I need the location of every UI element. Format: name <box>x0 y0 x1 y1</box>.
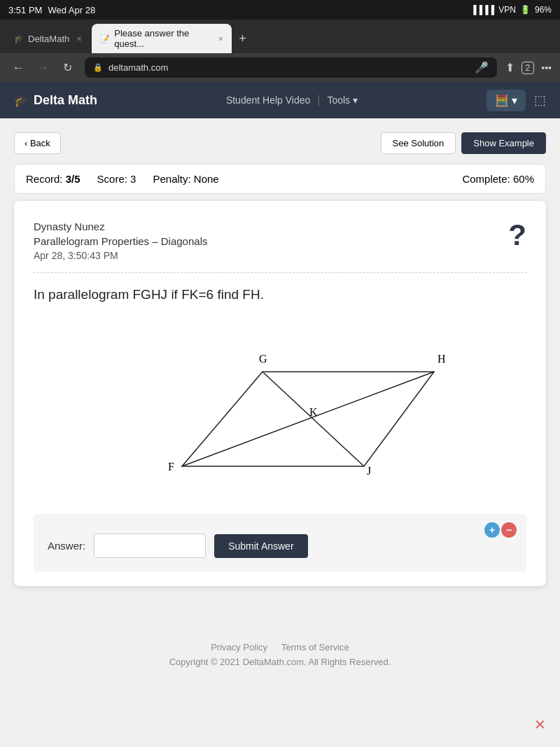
score-label: Score: 3 <box>97 173 136 185</box>
browser-chrome: 🎓 DeltaMath ✕ 📝 Please answer the quest.… <box>0 20 560 82</box>
penalty-value: None <box>194 173 219 185</box>
header-right: 🧮 ▾ ⬚ <box>486 90 546 111</box>
tab-deltamath-close[interactable]: ✕ <box>76 35 82 43</box>
answer-row: Answer: Submit Answer <box>48 533 512 558</box>
terms-of-service-link[interactable]: Terms of Service <box>281 642 349 652</box>
tab-question[interactable]: 📝 Please answer the quest... ✕ <box>92 24 232 53</box>
penalty-label: Penalty: None <box>153 173 218 185</box>
calculator-icon: 🧮 <box>495 94 509 107</box>
tab-deltamath[interactable]: 🎓 DeltaMath ✕ <box>6 29 90 48</box>
time-display: 3:51 PM <box>8 5 42 15</box>
font-size-controls: + − <box>484 522 517 538</box>
tab-deltamath-label: DeltaMath <box>28 34 69 44</box>
nav-buttons: ← → ↻ <box>8 60 76 76</box>
app-logo: 🎓 Delta Math <box>14 93 97 108</box>
show-example-button[interactable]: Show Example <box>461 132 546 154</box>
label-J: J <box>367 465 371 477</box>
header-center: Student Help Video | Tools ▾ <box>97 94 486 106</box>
question-text: In parallelogram FGHJ if FK=6 find FH. <box>34 287 526 302</box>
action-bar: ‹ Back See Solution Show Example <box>14 132 546 154</box>
url-bar[interactable]: 🔒 deltamath.com 🎤 <box>85 57 497 78</box>
status-bar: 3:51 PM Wed Apr 28 ▐▐▐▐ VPN 🔋 96% <box>0 0 560 20</box>
privacy-policy-link[interactable]: Privacy Policy <box>211 642 267 652</box>
tab-question-label: Please answer the quest... <box>114 28 211 49</box>
student-name: Dynasty Nunez <box>34 221 508 232</box>
battery-percent: 96% <box>535 5 552 15</box>
question-header: Dynasty Nunez Parallelogram Properties –… <box>34 221 526 261</box>
signal-icon: ▐▐▐▐ <box>470 5 494 15</box>
footer-links: Privacy Policy Terms of Service <box>14 642 546 652</box>
tab-deltamath-icon: 🎓 <box>14 34 24 43</box>
copyright: Copyright © 2021 DeltaMath.com. All Righ… <box>14 657 546 667</box>
tools-label: Tools <box>327 95 350 106</box>
mic-icon: 🎤 <box>475 61 489 74</box>
svg-line-2 <box>262 372 364 466</box>
see-solution-button[interactable]: See Solution <box>381 132 456 154</box>
logout-button[interactable]: ⬚ <box>534 92 546 108</box>
tab-bar: 🎓 DeltaMath ✕ 📝 Please answer the quest.… <box>0 20 560 53</box>
tab-question-icon: 📝 <box>100 34 110 43</box>
back-nav-button[interactable]: ← <box>8 60 28 76</box>
complete-value: 60% <box>513 173 534 185</box>
url-text: deltamath.com <box>108 62 168 73</box>
tools-chevron: ▾ <box>353 95 358 106</box>
tab-question-close[interactable]: ✕ <box>218 35 223 43</box>
calculator-button[interactable]: 🧮 ▾ <box>486 90 526 111</box>
tabs-count-icon[interactable]: 2 <box>522 62 535 74</box>
app-header: 🎓 Delta Math Student Help Video | Tools … <box>0 82 560 118</box>
battery-icon: 🔋 <box>520 5 531 15</box>
record-info: Record: 3/5 Score: 3 Penalty: None <box>26 173 219 185</box>
divider <box>34 272 526 273</box>
topic: Parallelogram Properties – Diagonals <box>34 235 508 247</box>
close-notification-button[interactable]: ✕ <box>534 716 546 733</box>
address-bar: ← → ↻ 🔒 deltamath.com 🎤 ⬆ 2 ••• <box>0 53 560 82</box>
action-buttons: See Solution Show Example <box>381 132 546 154</box>
logo-icon: 🎓 <box>14 94 28 107</box>
answer-input[interactable] <box>94 533 206 558</box>
answer-section: + − Answer: Submit Answer <box>34 514 526 572</box>
parallelogram-diagram: F G H J K <box>84 319 476 494</box>
back-button[interactable]: ‹ Back <box>14 132 61 154</box>
student-help-video-button[interactable]: Student Help Video <box>226 94 310 106</box>
forward-nav-button[interactable]: → <box>34 60 53 76</box>
page-footer: Privacy Policy Terms of Service Copyrigh… <box>0 614 560 681</box>
lock-icon: 🔒 <box>93 63 103 72</box>
label-F: F <box>168 461 174 473</box>
reload-button[interactable]: ↻ <box>59 60 76 76</box>
browser-actions: ⬆ 2 ••• <box>505 61 552 74</box>
question-card: Dynasty Nunez Parallelogram Properties –… <box>14 201 546 586</box>
record-label: Record: 3/5 <box>26 173 80 185</box>
diagram-container: F G H J K <box>34 319 526 494</box>
score-value: 3 <box>130 173 136 185</box>
submit-answer-button[interactable]: Submit Answer <box>214 534 307 558</box>
logo-text: Delta Math <box>34 93 97 108</box>
tools-button[interactable]: Tools ▾ <box>327 94 358 106</box>
help-icon[interactable]: ? <box>508 221 526 250</box>
new-tab-button[interactable]: + <box>233 27 252 50</box>
share-icon[interactable]: ⬆ <box>505 61 514 74</box>
vpn-badge: VPN <box>498 5 516 15</box>
timestamp: Apr 28, 3:50:43 PM <box>34 250 508 261</box>
question-info: Dynasty Nunez Parallelogram Properties –… <box>34 221 508 261</box>
main-content: ‹ Back See Solution Show Example Record:… <box>0 118 560 614</box>
font-increase-button[interactable]: + <box>484 522 500 538</box>
label-G: G <box>259 353 267 365</box>
label-K: K <box>309 406 318 418</box>
answer-label: Answer: <box>48 540 85 552</box>
svg-line-1 <box>182 372 434 466</box>
label-H: H <box>438 353 446 365</box>
more-options-icon[interactable]: ••• <box>541 62 552 74</box>
record-bar: Record: 3/5 Score: 3 Penalty: None Compl… <box>14 164 546 194</box>
calc-dropdown-icon: ▾ <box>512 94 517 107</box>
font-decrease-button[interactable]: − <box>501 522 517 538</box>
complete-info: Complete: 60% <box>462 173 534 185</box>
record-value: 3/5 <box>66 173 80 185</box>
date-display: Wed Apr 28 <box>48 5 95 15</box>
